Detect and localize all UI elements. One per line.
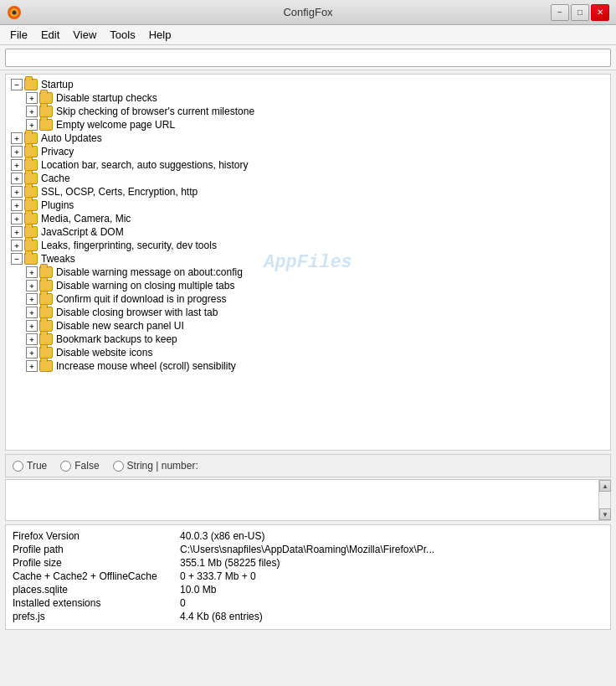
expand-btn[interactable]: − (11, 79, 23, 90)
options-panel: True False String | number: (5, 454, 611, 477)
false-radio[interactable] (60, 461, 71, 472)
true-radio[interactable] (13, 461, 23, 472)
tree-item[interactable]: +SSL, OCSP, Certs, Encryption, http (6, 185, 610, 199)
string-option[interactable]: String | number: (113, 460, 198, 472)
value-content (6, 480, 598, 520)
info-row: Installed extensions0 (13, 597, 603, 609)
scroll-down-arrow[interactable]: ▼ (599, 508, 611, 520)
expand-btn[interactable]: + (26, 119, 38, 131)
tree-item[interactable]: +Auto Updates (6, 132, 610, 145)
tree-item[interactable]: +Media, Camera, Mic (6, 212, 610, 225)
string-radio[interactable] (113, 461, 124, 472)
value-scrollbar: ▲ ▼ (598, 480, 610, 520)
tree-item[interactable]: +Privacy (6, 145, 610, 158)
tree-item-label: Confirm quit if download is in progress (56, 293, 226, 305)
menu-item-edit[interactable]: Edit (34, 27, 66, 43)
tree-item[interactable]: +Disable startup checks (6, 91, 610, 105)
tree-item-label: Cache (41, 173, 70, 184)
tree-item[interactable]: +JavaScript & DOM (6, 225, 610, 239)
scroll-up-arrow[interactable]: ▲ (599, 480, 611, 492)
true-option[interactable]: True (13, 460, 47, 472)
false-option[interactable]: False (60, 460, 99, 472)
tree-item-label: Disable website icons (56, 347, 152, 358)
maximize-button[interactable]: □ (571, 4, 589, 21)
tree-item[interactable]: −Tweaks (6, 252, 610, 266)
tree-item-label: Bookmark backups to keep (56, 333, 177, 345)
folder-icon (39, 92, 53, 104)
info-value: 4.4 Kb (68 entries) (180, 611, 603, 622)
expand-btn[interactable]: + (26, 347, 38, 358)
expand-btn[interactable]: + (11, 213, 23, 224)
tree-item-label: Disable new search panel UI (56, 320, 184, 332)
tree-item-label: Location bar, search, auto suggestions, … (41, 159, 248, 171)
menu-bar: FileEditViewToolsHelp (0, 25, 616, 45)
tree-item[interactable]: +Skip checking of browser's current mile… (6, 105, 610, 118)
menu-item-view[interactable]: View (66, 27, 103, 43)
folder-icon (39, 106, 53, 117)
expand-btn[interactable]: + (11, 240, 23, 251)
tree-item[interactable]: +Disable website icons (6, 346, 610, 359)
menu-item-file[interactable]: File (3, 27, 34, 43)
tree-item[interactable]: +Empty welcome page URL (6, 118, 610, 132)
tree-content: AppFiles −Startup+Disable startup checks… (6, 75, 610, 376)
expand-btn[interactable]: + (26, 360, 38, 372)
expand-btn[interactable]: − (11, 253, 23, 265)
info-key: Cache + Cache2 + OfflineCache (13, 570, 180, 582)
tree-panel[interactable]: AppFiles −Startup+Disable startup checks… (5, 74, 611, 451)
tree-item[interactable]: +Plugins (6, 199, 610, 212)
expand-btn[interactable]: + (26, 333, 38, 345)
folder-icon (24, 213, 38, 224)
tree-item[interactable]: −Startup (6, 78, 610, 91)
expand-btn[interactable]: + (11, 159, 23, 171)
expand-btn[interactable]: + (11, 226, 23, 238)
expand-btn[interactable]: + (26, 266, 38, 278)
tree-item[interactable]: +Confirm quit if download is in progress (6, 292, 610, 306)
folder-icon (39, 280, 53, 291)
tree-item-label: SSL, OCSP, Certs, Encryption, http (41, 186, 198, 198)
string-label: String | number: (127, 460, 198, 472)
tree-item[interactable]: +Leaks, fingerprinting, security, dev to… (6, 239, 610, 252)
expand-btn[interactable]: + (26, 92, 38, 104)
tree-item[interactable]: +Location bar, search, auto suggestions,… (6, 158, 610, 172)
menu-item-help[interactable]: Help (142, 27, 178, 43)
tree-item-label: Leaks, fingerprinting, security, dev too… (41, 240, 217, 251)
expand-btn[interactable]: + (26, 280, 38, 291)
tree-item[interactable]: +Disable new search panel UI (6, 319, 610, 333)
tree-item-label: Auto Updates (41, 132, 102, 144)
tree-item-label: JavaScript & DOM (41, 226, 124, 238)
folder-icon (39, 320, 53, 332)
window-controls[interactable]: − □ ✕ (551, 4, 609, 21)
search-bar (0, 45, 616, 70)
info-key: prefs.js (13, 611, 180, 622)
expand-btn[interactable]: + (26, 320, 38, 332)
search-input[interactable] (5, 49, 611, 67)
info-key: Installed extensions (13, 597, 180, 609)
tree-item[interactable]: +Disable closing browser with last tab (6, 306, 610, 319)
expand-btn[interactable]: + (26, 293, 38, 305)
tree-item[interactable]: +Disable warning on closing multiple tab… (6, 279, 610, 292)
tree-item-label: Empty welcome page URL (56, 119, 175, 131)
folder-icon (39, 347, 53, 358)
false-label: False (74, 460, 99, 472)
expand-btn[interactable]: + (26, 307, 38, 318)
folder-icon (39, 266, 53, 278)
expand-btn[interactable]: + (11, 173, 23, 184)
folder-icon (39, 333, 53, 345)
tree-item-label: Disable closing browser with last tab (56, 307, 218, 318)
tree-item[interactable]: +Cache (6, 172, 610, 185)
expand-btn[interactable]: + (11, 199, 23, 211)
close-button[interactable]: ✕ (591, 4, 609, 21)
tree-item[interactable]: +Disable warning message on about:config (6, 266, 610, 279)
tree-item-label: Startup (41, 79, 74, 90)
value-scroll: ▲ ▼ (6, 480, 610, 520)
expand-btn[interactable]: + (11, 146, 23, 157)
expand-btn[interactable]: + (11, 186, 23, 198)
info-key: Profile path (13, 544, 180, 555)
menu-item-tools[interactable]: Tools (103, 27, 141, 43)
expand-btn[interactable]: + (11, 132, 23, 144)
folder-icon (24, 79, 38, 90)
tree-item[interactable]: +Increase mouse wheel (scroll) sensibili… (6, 359, 610, 373)
expand-btn[interactable]: + (26, 106, 38, 117)
tree-item[interactable]: +Bookmark backups to keep (6, 333, 610, 346)
minimize-button[interactable]: − (551, 4, 569, 21)
